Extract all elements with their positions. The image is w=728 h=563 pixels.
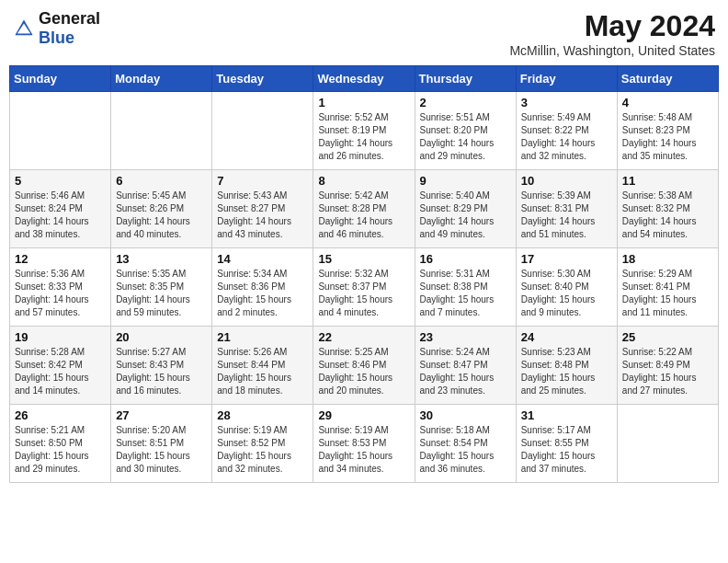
calendar-cell: 18Sunrise: 5:29 AM Sunset: 8:41 PM Dayli… (617, 248, 718, 327)
day-info: Sunrise: 5:51 AM Sunset: 8:20 PM Dayligh… (420, 111, 511, 163)
calendar-week-row: 5Sunrise: 5:46 AM Sunset: 8:24 PM Daylig… (10, 170, 719, 248)
day-number: 13 (116, 252, 207, 266)
day-info: Sunrise: 5:19 AM Sunset: 8:53 PM Dayligh… (318, 424, 409, 476)
day-info: Sunrise: 5:34 AM Sunset: 8:36 PM Dayligh… (217, 268, 308, 319)
day-number: 29 (318, 408, 409, 422)
calendar-cell: 11Sunrise: 5:38 AM Sunset: 8:32 PM Dayli… (617, 170, 718, 248)
day-number: 3 (521, 96, 612, 109)
calendar-cell: 25Sunrise: 5:22 AM Sunset: 8:49 PM Dayli… (617, 327, 718, 405)
page-header: General Blue May 2024 McMillin, Washingt… (9, 9, 719, 58)
calendar-cell (212, 92, 313, 170)
weekday-header-saturday: Saturday (617, 66, 718, 92)
calendar-cell: 7Sunrise: 5:43 AM Sunset: 8:27 PM Daylig… (212, 170, 313, 248)
day-info: Sunrise: 5:39 AM Sunset: 8:31 PM Dayligh… (521, 190, 612, 241)
calendar-cell: 15Sunrise: 5:32 AM Sunset: 8:37 PM Dayli… (313, 248, 415, 327)
day-number: 19 (15, 330, 106, 344)
day-info: Sunrise: 5:30 AM Sunset: 8:40 PM Dayligh… (521, 268, 612, 319)
day-info: Sunrise: 5:18 AM Sunset: 8:54 PM Dayligh… (420, 424, 511, 476)
calendar-week-row: 12Sunrise: 5:36 AM Sunset: 8:33 PM Dayli… (10, 248, 719, 327)
day-number: 28 (217, 408, 308, 422)
day-info: Sunrise: 5:49 AM Sunset: 8:22 PM Dayligh… (521, 111, 612, 163)
calendar-cell: 14Sunrise: 5:34 AM Sunset: 8:36 PM Dayli… (212, 248, 313, 327)
calendar-week-row: 19Sunrise: 5:28 AM Sunset: 8:42 PM Dayli… (10, 327, 719, 405)
location-title: McMillin, Washington, United States (509, 43, 715, 58)
calendar-cell: 30Sunrise: 5:18 AM Sunset: 8:54 PM Dayli… (415, 405, 516, 483)
calendar-cell: 5Sunrise: 5:46 AM Sunset: 8:24 PM Daylig… (10, 170, 111, 248)
day-info: Sunrise: 5:29 AM Sunset: 8:41 PM Dayligh… (622, 268, 713, 319)
day-number: 18 (622, 252, 713, 266)
calendar-cell: 16Sunrise: 5:31 AM Sunset: 8:38 PM Dayli… (415, 248, 516, 327)
day-info: Sunrise: 5:24 AM Sunset: 8:47 PM Dayligh… (420, 346, 511, 397)
day-number: 12 (15, 252, 106, 266)
logo-icon (13, 17, 35, 40)
calendar-week-row: 26Sunrise: 5:21 AM Sunset: 8:50 PM Dayli… (10, 405, 719, 483)
weekday-header-friday: Friday (516, 66, 617, 92)
logo-text-blue: Blue (39, 29, 74, 47)
day-number: 17 (521, 252, 612, 266)
day-info: Sunrise: 5:31 AM Sunset: 8:38 PM Dayligh… (420, 268, 511, 319)
day-number: 22 (318, 330, 409, 344)
calendar-cell (111, 92, 212, 170)
weekday-header-wednesday: Wednesday (313, 66, 415, 92)
day-info: Sunrise: 5:52 AM Sunset: 8:19 PM Dayligh… (318, 111, 409, 163)
calendar-cell: 6Sunrise: 5:45 AM Sunset: 8:26 PM Daylig… (111, 170, 212, 248)
calendar-cell: 9Sunrise: 5:40 AM Sunset: 8:29 PM Daylig… (415, 170, 516, 248)
day-number: 27 (116, 408, 207, 422)
day-number: 24 (521, 330, 612, 344)
day-info: Sunrise: 5:36 AM Sunset: 8:33 PM Dayligh… (15, 268, 106, 319)
day-number: 31 (521, 408, 612, 422)
day-number: 2 (420, 96, 511, 109)
day-info: Sunrise: 5:45 AM Sunset: 8:26 PM Dayligh… (116, 190, 207, 241)
calendar-cell: 29Sunrise: 5:19 AM Sunset: 8:53 PM Dayli… (313, 405, 415, 483)
day-number: 15 (318, 252, 409, 266)
calendar-cell: 26Sunrise: 5:21 AM Sunset: 8:50 PM Dayli… (10, 405, 111, 483)
weekday-header-tuesday: Tuesday (212, 66, 313, 92)
day-info: Sunrise: 5:19 AM Sunset: 8:52 PM Dayligh… (217, 424, 308, 476)
day-number: 11 (622, 174, 713, 188)
calendar-cell: 1Sunrise: 5:52 AM Sunset: 8:19 PM Daylig… (313, 92, 415, 170)
calendar-table: SundayMondayTuesdayWednesdayThursdayFrid… (9, 65, 719, 483)
logo-text-general: General (39, 9, 100, 28)
day-number: 9 (420, 174, 511, 188)
day-info: Sunrise: 5:17 AM Sunset: 8:55 PM Dayligh… (521, 424, 612, 476)
day-info: Sunrise: 5:43 AM Sunset: 8:27 PM Dayligh… (217, 190, 308, 241)
calendar-cell: 21Sunrise: 5:26 AM Sunset: 8:44 PM Dayli… (212, 327, 313, 405)
weekday-header-thursday: Thursday (415, 66, 516, 92)
day-number: 23 (420, 330, 511, 344)
calendar-header-row: SundayMondayTuesdayWednesdayThursdayFrid… (10, 66, 719, 92)
day-number: 20 (116, 330, 207, 344)
day-number: 25 (622, 330, 713, 344)
calendar-cell: 22Sunrise: 5:25 AM Sunset: 8:46 PM Dayli… (313, 327, 415, 405)
calendar-cell: 17Sunrise: 5:30 AM Sunset: 8:40 PM Dayli… (516, 248, 617, 327)
day-info: Sunrise: 5:27 AM Sunset: 8:43 PM Dayligh… (116, 346, 207, 397)
calendar-cell: 28Sunrise: 5:19 AM Sunset: 8:52 PM Dayli… (212, 405, 313, 483)
day-number: 16 (420, 252, 511, 266)
day-info: Sunrise: 5:21 AM Sunset: 8:50 PM Dayligh… (15, 424, 106, 476)
calendar-cell: 12Sunrise: 5:36 AM Sunset: 8:33 PM Dayli… (10, 248, 111, 327)
day-info: Sunrise: 5:20 AM Sunset: 8:51 PM Dayligh… (116, 424, 207, 476)
calendar-cell: 10Sunrise: 5:39 AM Sunset: 8:31 PM Dayli… (516, 170, 617, 248)
calendar-cell: 4Sunrise: 5:48 AM Sunset: 8:23 PM Daylig… (617, 92, 718, 170)
day-number: 1 (318, 96, 409, 109)
day-number: 6 (116, 174, 207, 188)
weekday-header-sunday: Sunday (10, 66, 111, 92)
calendar-cell: 23Sunrise: 5:24 AM Sunset: 8:47 PM Dayli… (415, 327, 516, 405)
weekday-header-monday: Monday (111, 66, 212, 92)
calendar-cell: 3Sunrise: 5:49 AM Sunset: 8:22 PM Daylig… (516, 92, 617, 170)
day-info: Sunrise: 5:48 AM Sunset: 8:23 PM Dayligh… (622, 111, 713, 163)
day-number: 8 (318, 174, 409, 188)
day-info: Sunrise: 5:32 AM Sunset: 8:37 PM Dayligh… (318, 268, 409, 319)
day-number: 30 (420, 408, 511, 422)
day-info: Sunrise: 5:23 AM Sunset: 8:48 PM Dayligh… (521, 346, 612, 397)
calendar-cell: 8Sunrise: 5:42 AM Sunset: 8:28 PM Daylig… (313, 170, 415, 248)
calendar-cell: 19Sunrise: 5:28 AM Sunset: 8:42 PM Dayli… (10, 327, 111, 405)
calendar-cell: 24Sunrise: 5:23 AM Sunset: 8:48 PM Dayli… (516, 327, 617, 405)
day-number: 21 (217, 330, 308, 344)
month-title: May 2024 (509, 9, 715, 43)
day-number: 10 (521, 174, 612, 188)
logo: General Blue (13, 9, 100, 48)
calendar-cell: 20Sunrise: 5:27 AM Sunset: 8:43 PM Dayli… (111, 327, 212, 405)
day-number: 5 (15, 174, 106, 188)
day-number: 14 (217, 252, 308, 266)
day-info: Sunrise: 5:25 AM Sunset: 8:46 PM Dayligh… (318, 346, 409, 397)
